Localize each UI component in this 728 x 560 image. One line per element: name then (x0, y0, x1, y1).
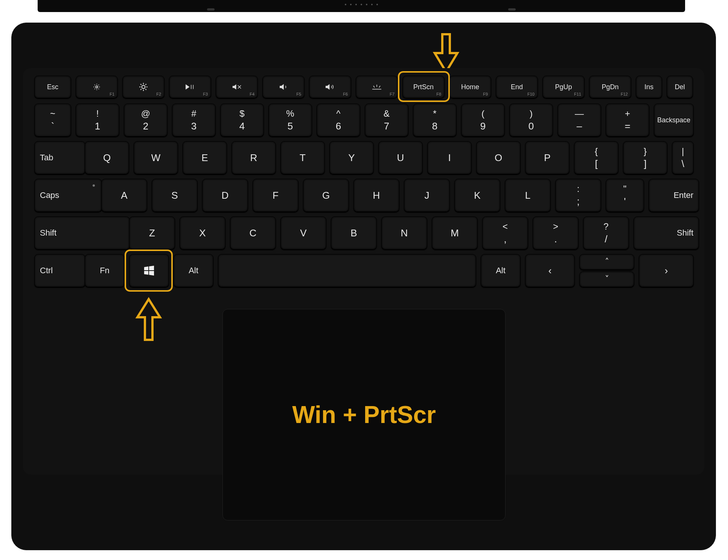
key-d[interactable]: D (202, 179, 248, 212)
key-del[interactable]: Del (667, 76, 693, 98)
key-minus[interactable]: —– (557, 103, 601, 137)
key-z[interactable]: Z (129, 216, 175, 250)
key-u[interactable]: U (378, 141, 423, 174)
volume-down-icon (279, 83, 288, 91)
key-j[interactable]: J (404, 179, 450, 212)
key-up-arrow[interactable]: ˄ (579, 254, 634, 270)
key-1[interactable]: !1 (76, 103, 119, 137)
key-pgdn[interactable]: PgDnF12 (589, 76, 631, 98)
key-period[interactable]: >. (533, 216, 579, 250)
key-e[interactable]: E (183, 141, 227, 174)
key-t[interactable]: T (280, 141, 325, 174)
key-b[interactable]: B (331, 216, 377, 250)
key-c[interactable]: C (230, 216, 276, 250)
key-r[interactable]: R (231, 141, 276, 174)
key-x[interactable]: X (180, 216, 225, 250)
key-left-arrow[interactable]: ‹ (525, 254, 575, 287)
key-left-shift[interactable]: Shift (34, 216, 130, 250)
key-tab[interactable]: Tab (34, 141, 85, 174)
key-tilde[interactable]: ~` (34, 103, 71, 137)
key-backslash[interactable]: |\ (672, 141, 694, 174)
key-equals[interactable]: += (606, 103, 649, 137)
key-label: Alt (189, 266, 198, 275)
key-prtscn[interactable]: PrtScnF8 (402, 76, 445, 98)
key-ins[interactable]: Ins (636, 76, 662, 98)
key-a[interactable]: A (101, 179, 147, 212)
key-label: PgUp (555, 83, 572, 91)
key-9[interactable]: (9 (461, 103, 505, 137)
key-end[interactable]: EndF10 (496, 76, 538, 98)
key-q[interactable]: Q (85, 141, 129, 174)
key-comma[interactable]: <, (482, 216, 528, 250)
key-l[interactable]: L (505, 179, 551, 212)
key-fn[interactable]: Fn (85, 254, 125, 287)
key-6[interactable]: ^6 (317, 103, 360, 137)
key-right-arrow[interactable]: › (639, 254, 694, 287)
key-play-pause[interactable]: F3 (169, 76, 211, 98)
key-right-shift[interactable]: Shift (634, 216, 699, 250)
key-quote[interactable]: "' (606, 179, 644, 212)
key-7[interactable]: &7 (365, 103, 408, 137)
brightness-low-icon (93, 83, 101, 91)
key-esc[interactable]: Esc (34, 76, 71, 98)
key-caps[interactable]: Caps (34, 179, 102, 212)
key-right-alt[interactable]: Alt (481, 254, 521, 287)
key-y[interactable]: Y (329, 141, 374, 174)
chevron-down-icon: ˅ (605, 274, 609, 284)
key-space[interactable] (218, 254, 476, 287)
key-label: Enter (673, 190, 693, 200)
f-sub: F9 (483, 92, 488, 96)
key-i[interactable]: I (427, 141, 472, 174)
key-down-arrow[interactable]: ˅ (579, 271, 634, 287)
key-enter[interactable]: Enter (649, 179, 699, 212)
key-brightness-up[interactable]: F2 (122, 76, 164, 98)
f-sub: F1 (110, 92, 114, 96)
shortcut-caption: Win + PrtScr (292, 401, 436, 429)
key-g[interactable]: G (303, 179, 349, 212)
chevron-left-icon: ‹ (548, 265, 552, 277)
diagram-stage: Esc F1 F2 F3 F4 (0, 0, 728, 560)
key-pgup[interactable]: PgUpF11 (542, 76, 585, 98)
key-mute[interactable]: F4 (216, 76, 258, 98)
play-pause-icon (185, 83, 195, 91)
key-w[interactable]: W (134, 141, 178, 174)
chevron-up-icon: ˄ (605, 257, 609, 267)
key-backlight[interactable]: F7 (356, 76, 398, 98)
f-sub: F4 (250, 92, 254, 96)
key-ctrl[interactable]: Ctrl (34, 254, 85, 287)
key-right-bracket[interactable]: }] (623, 141, 667, 174)
key-0[interactable]: )0 (509, 103, 553, 137)
key-h[interactable]: H (353, 179, 399, 212)
key-s[interactable]: S (152, 179, 198, 212)
key-label: Tab (40, 153, 53, 163)
key-k[interactable]: K (454, 179, 500, 212)
key-m[interactable]: M (432, 216, 478, 250)
key-slash[interactable]: ?/ (583, 216, 629, 250)
brightness-high-icon (139, 82, 148, 92)
key-backspace[interactable]: Backspace (654, 103, 694, 137)
key-left-alt[interactable]: Alt (174, 254, 213, 287)
keyboard-body: Esc F1 F2 F3 F4 (11, 23, 716, 550)
key-5[interactable]: %5 (268, 103, 312, 137)
key-2[interactable]: @2 (124, 103, 168, 137)
key-windows[interactable] (129, 254, 169, 287)
key-p[interactable]: P (525, 141, 570, 174)
key-semicolon[interactable]: :; (555, 179, 601, 212)
key-3[interactable]: #3 (172, 103, 216, 137)
key-label: Backspace (657, 116, 690, 124)
key-8[interactable]: *8 (413, 103, 457, 137)
key-v[interactable]: V (280, 216, 326, 250)
key-n[interactable]: N (381, 216, 427, 250)
key-label: Caps (40, 190, 59, 200)
key-home[interactable]: HomeF9 (449, 76, 491, 98)
mute-icon (231, 83, 242, 91)
key-volume-up[interactable]: F6 (309, 76, 351, 98)
trackpad[interactable]: Win + PrtScr (222, 309, 506, 520)
key-f[interactable]: F (253, 179, 299, 212)
key-o[interactable]: O (476, 141, 521, 174)
key-left-bracket[interactable]: {[ (574, 141, 618, 174)
svg-point-1 (142, 85, 145, 89)
key-brightness-down[interactable]: F1 (76, 76, 118, 98)
key-volume-down[interactable]: F5 (262, 76, 305, 98)
key-4[interactable]: $4 (220, 103, 264, 137)
